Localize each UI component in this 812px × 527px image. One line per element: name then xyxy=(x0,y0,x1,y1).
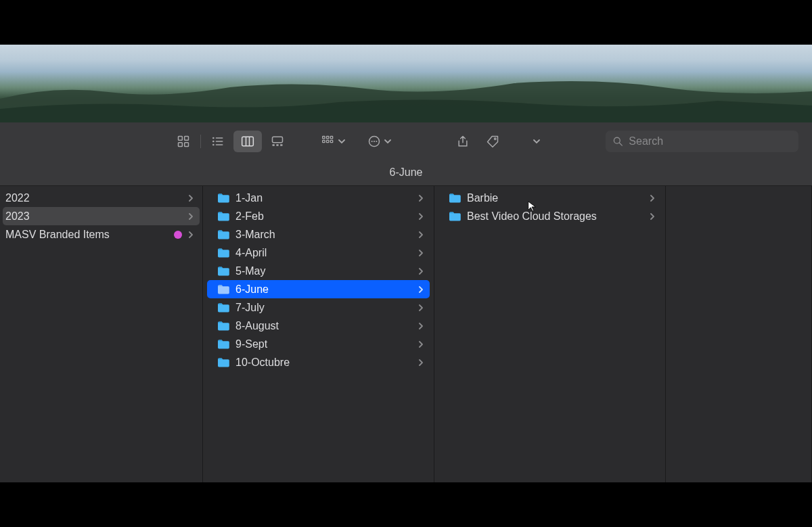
folder-icon xyxy=(448,193,461,204)
folder-row[interactable]: 2023 xyxy=(3,207,200,225)
folder-row[interactable]: 8-August xyxy=(207,317,430,335)
share-tag-group xyxy=(449,131,545,152)
ellipsis-circle-icon xyxy=(367,135,381,148)
view-columns-button[interactable] xyxy=(233,131,262,152)
folder-row[interactable]: 4-April xyxy=(207,244,430,262)
chevron-right-icon xyxy=(649,213,656,220)
svg-rect-14 xyxy=(273,144,275,146)
folder-row[interactable]: 2-Feb xyxy=(207,207,430,225)
svg-point-27 xyxy=(495,138,497,140)
chevron-right-icon xyxy=(418,250,424,256)
share-button[interactable] xyxy=(449,131,477,152)
folder-label: 2022 xyxy=(5,192,182,204)
folder-icon xyxy=(217,339,230,350)
svg-rect-3 xyxy=(185,143,189,147)
search-field[interactable] xyxy=(606,131,798,152)
folder-row[interactable]: 7-July xyxy=(207,298,430,317)
search-input[interactable] xyxy=(629,135,792,147)
folder-icon xyxy=(217,357,230,368)
folder-icon xyxy=(448,211,461,222)
folder-row[interactable]: 6-June xyxy=(207,280,430,298)
svg-rect-20 xyxy=(323,140,325,142)
tag-dot xyxy=(174,231,182,239)
svg-rect-5 xyxy=(216,137,223,139)
group-by-button[interactable] xyxy=(317,131,350,152)
chevron-right-icon xyxy=(187,213,194,220)
group-sort-group xyxy=(317,131,396,152)
folder-label: 6-June xyxy=(235,283,412,296)
chevron-right-icon xyxy=(418,213,424,220)
column-4[interactable] xyxy=(666,186,812,482)
view-icon-grid-button[interactable] xyxy=(169,131,198,152)
folder-icon xyxy=(217,193,230,204)
svg-point-6 xyxy=(212,141,215,143)
folder-label: 8-August xyxy=(235,320,412,332)
tag-icon xyxy=(486,135,499,148)
svg-rect-9 xyxy=(216,144,223,145)
svg-rect-7 xyxy=(216,141,223,142)
columns-icon xyxy=(241,135,254,148)
folder-row[interactable]: 2022 xyxy=(3,189,200,207)
svg-rect-17 xyxy=(323,137,325,139)
folder-icon xyxy=(217,248,230,258)
chevron-right-icon xyxy=(187,231,194,238)
folder-icon xyxy=(217,321,230,331)
folder-row[interactable]: Best Video Cloud Storages xyxy=(438,207,661,225)
folder-row[interactable]: 10-Octubre xyxy=(207,353,430,371)
chevron-right-icon xyxy=(649,195,656,202)
folder-label: 7-July xyxy=(235,302,412,314)
more-dropdown-button[interactable] xyxy=(528,131,545,152)
tags-button[interactable] xyxy=(478,131,507,152)
letterbox-top xyxy=(0,0,812,45)
folder-icon xyxy=(217,266,230,277)
folder-icon xyxy=(217,211,230,222)
grid-icon xyxy=(177,135,190,148)
group-icon xyxy=(321,135,335,148)
finder-window: 6-June 20222023MASV Branded Items 1-Jan … xyxy=(0,122,812,482)
chevron-down-icon xyxy=(338,137,346,145)
chevron-right-icon xyxy=(418,359,424,366)
chevron-right-icon xyxy=(187,195,194,202)
svg-rect-1 xyxy=(185,137,189,141)
folder-icon xyxy=(217,229,230,240)
svg-point-24 xyxy=(371,141,373,142)
desktop-wallpaper xyxy=(0,45,812,122)
folder-row[interactable]: Barbie xyxy=(438,189,661,207)
action-menu-button[interactable] xyxy=(363,131,396,152)
svg-point-8 xyxy=(212,144,215,146)
columns-area: 20222023MASV Branded Items 1-Jan 2-Feb 3… xyxy=(0,186,812,482)
folder-label: 9-Sept xyxy=(235,338,412,350)
column-3[interactable]: Barbie Best Video Cloud Storages xyxy=(434,186,666,482)
svg-rect-21 xyxy=(327,140,329,142)
folder-row[interactable]: MASV Branded Items xyxy=(3,225,200,244)
view-gallery-button[interactable] xyxy=(263,131,292,152)
chevron-right-icon xyxy=(418,323,424,329)
svg-point-4 xyxy=(212,137,215,139)
svg-rect-0 xyxy=(179,137,183,141)
folder-label: 1-Jan xyxy=(235,192,412,204)
chevron-right-icon xyxy=(418,286,424,293)
folder-row[interactable]: 3-March xyxy=(207,225,430,244)
view-mode-group xyxy=(169,131,292,152)
folder-label: 2-Feb xyxy=(235,210,412,223)
folder-label: MASV Branded Items xyxy=(5,229,168,241)
chevron-right-icon xyxy=(418,341,424,348)
column-2[interactable]: 1-Jan 2-Feb 3-March 4-April 5-May 6-June… xyxy=(203,186,434,482)
folder-row[interactable]: 1-Jan xyxy=(207,189,430,207)
svg-rect-2 xyxy=(179,143,183,147)
toolbar xyxy=(0,122,812,160)
svg-rect-13 xyxy=(273,137,283,142)
folder-row[interactable]: 5-May xyxy=(207,262,430,280)
column-1[interactable]: 20222023MASV Branded Items xyxy=(0,186,203,482)
svg-rect-10 xyxy=(242,137,254,145)
chevron-right-icon xyxy=(418,268,424,275)
svg-rect-18 xyxy=(327,137,329,139)
svg-rect-15 xyxy=(276,144,278,146)
letterbox-bottom xyxy=(0,482,812,524)
view-list-button[interactable] xyxy=(204,131,232,152)
folder-label: 5-May xyxy=(235,265,412,277)
svg-rect-19 xyxy=(330,137,332,139)
folder-row[interactable]: 9-Sept xyxy=(207,335,430,353)
gallery-icon xyxy=(271,135,284,148)
chevron-right-icon xyxy=(418,304,424,311)
